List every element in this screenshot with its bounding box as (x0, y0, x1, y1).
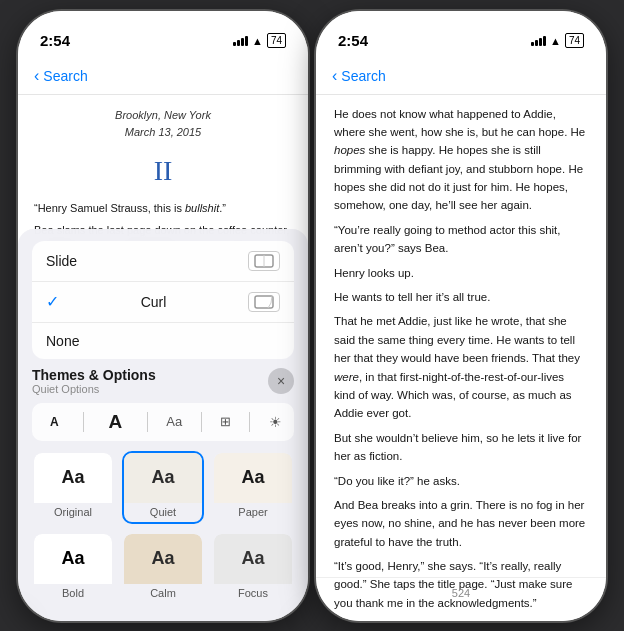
rp-1: He does not know what happened to Addie,… (334, 105, 588, 215)
status-bar-right: 2:54 ▲ 74 (316, 11, 606, 59)
back-button-left[interactable]: ‹ Search (34, 67, 88, 85)
wifi-icon-right: ▲ (550, 35, 561, 47)
theme-calm-preview: Aa (124, 534, 202, 584)
theme-focus[interactable]: Aa Focus (212, 532, 294, 605)
signal-icon (233, 36, 248, 46)
theme-focus-label: Focus (238, 587, 268, 599)
theme-quiet-preview: Aa (124, 453, 202, 503)
slide-label: Slide (46, 253, 77, 269)
nav-bar-left: ‹ Search (18, 59, 308, 95)
transition-options: Slide ✓ Curl (32, 241, 294, 359)
none-label: None (46, 333, 79, 349)
status-bar-left: 2:54 ▲ 74 (18, 11, 308, 59)
themes-info: Themes & Options Quiet Options (32, 367, 156, 395)
rp-6: But she wouldn’t believe him, so he lets… (334, 429, 588, 466)
signal-icon-right (531, 36, 546, 46)
theme-original-preview: Aa (34, 453, 112, 503)
theme-bold-preview: Aa (34, 534, 112, 584)
book-content-right: He does not know what happened to Addie,… (316, 95, 606, 621)
theme-calm[interactable]: Aa Calm (122, 532, 204, 605)
right-phone: 2:54 ▲ 74 ‹ Search He does not (316, 11, 606, 621)
back-arrow-icon-right: ‹ (332, 67, 337, 85)
theme-grid: Aa Original Aa Quiet Aa Paper Aa Bold Aa (32, 451, 294, 605)
theme-focus-preview: Aa (214, 534, 292, 584)
rp-4: He wants to tell her it’s all true. (334, 288, 588, 306)
rp-7: “Do you like it?” he asks. (334, 472, 588, 490)
rp-5: That he met Addie, just like he wrote, t… (334, 312, 588, 422)
font-decrease-button[interactable]: A (44, 413, 65, 431)
none-option-row[interactable]: None (32, 323, 294, 359)
svg-rect-2 (255, 296, 273, 308)
theme-original-label: Original (54, 506, 92, 518)
checkmark-icon: ✓ (46, 292, 59, 311)
overlay-panel: Slide ✓ Curl (18, 229, 308, 621)
time-right: 2:54 (338, 32, 368, 49)
phones-container: 2:54 ▲ 74 ‹ Search Brooklyn, Ne (0, 0, 624, 631)
theme-original[interactable]: Aa Original (32, 451, 114, 524)
rp-10: “What?” (334, 618, 588, 620)
themes-subtitle: Quiet Options (32, 383, 156, 395)
back-label-right: Search (341, 68, 385, 84)
font-style-icon[interactable]: Aa (166, 414, 182, 429)
theme-quiet-label: Quiet (150, 506, 176, 518)
theme-calm-label: Calm (150, 587, 176, 599)
page-number: 524 (316, 577, 606, 608)
slide-option-row[interactable]: Slide (32, 241, 294, 282)
divider-1 (83, 412, 84, 432)
theme-quiet[interactable]: Aa Quiet (122, 451, 204, 524)
divider-4 (249, 412, 250, 432)
battery-icon: 74 (267, 33, 286, 48)
divider-3 (201, 412, 202, 432)
battery-icon-right: 74 (565, 33, 584, 48)
font-increase-button[interactable]: A (103, 409, 129, 435)
curl-option-row[interactable]: ✓ Curl (32, 282, 294, 323)
book-header: Brooklyn, New York March 13, 2015 (34, 107, 292, 141)
slide-icon (248, 251, 280, 271)
curl-icon (248, 292, 280, 312)
book-text-right: He does not know what happened to Addie,… (334, 105, 588, 621)
time-left: 2:54 (40, 32, 70, 49)
theme-paper-label: Paper (238, 506, 267, 518)
rp-2: “You’re really going to method actor thi… (334, 221, 588, 258)
back-arrow-icon: ‹ (34, 67, 39, 85)
nav-bar-right: ‹ Search (316, 59, 606, 95)
status-icons-right: ▲ 74 (531, 33, 584, 48)
close-button[interactable]: × (268, 368, 294, 394)
theme-paper-preview: Aa (214, 453, 292, 503)
status-icons-left: ▲ 74 (233, 33, 286, 48)
brightness-icon[interactable]: ☀ (269, 414, 282, 430)
book-location-line2: March 13, 2015 (34, 124, 292, 141)
left-phone: 2:54 ▲ 74 ‹ Search Brooklyn, Ne (18, 11, 308, 621)
wifi-icon: ▲ (252, 35, 263, 47)
rp-8: And Bea breaks into a grin. There is no … (334, 496, 588, 551)
theme-bold-label: Bold (62, 587, 84, 599)
chapter-number: II (34, 149, 292, 192)
back-label-left: Search (43, 68, 87, 84)
divider-2 (147, 412, 148, 432)
layout-icon[interactable]: ⊞ (220, 414, 231, 429)
rp-3: Henry looks up. (334, 264, 588, 282)
font-controls: A A Aa ⊞ ☀ (32, 403, 294, 441)
themes-title: Themes & Options (32, 367, 156, 383)
theme-paper[interactable]: Aa Paper (212, 451, 294, 524)
curl-label: Curl (141, 294, 167, 310)
themes-header: Themes & Options Quiet Options × (32, 367, 294, 395)
back-button-right[interactable]: ‹ Search (332, 67, 386, 85)
book-location-line1: Brooklyn, New York (34, 107, 292, 124)
paragraph-1: “Henry Samuel Strauss, this is bullshit.… (34, 200, 292, 218)
theme-bold[interactable]: Aa Bold (32, 532, 114, 605)
